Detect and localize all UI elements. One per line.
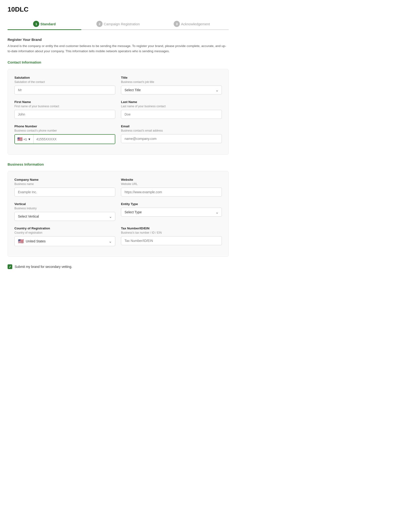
email-group: Email Business contact's email address [121, 125, 222, 144]
country-flag-icon: 🇺🇸 [18, 238, 24, 244]
vertical-select-wrapper: Select Vertical Agriculture Technology H… [14, 212, 115, 221]
website-input[interactable] [121, 188, 222, 197]
business-card: Company Name Business name Website Websi… [8, 171, 229, 257]
first-name-hint: First name of your business contact [14, 105, 115, 108]
phone-label: Phone Number [14, 125, 115, 128]
secondary-vetting-label: Submit my brand for secondary vetting. [15, 265, 72, 269]
section-intro: Register Your Brand A brand is the compa… [8, 38, 229, 54]
salutation-group: Salutation Salutation of the contact [14, 76, 115, 94]
vertical-select[interactable]: Select Vertical Agriculture Technology H… [14, 212, 115, 221]
entity-type-label: Entity Type [121, 202, 222, 206]
website-label: Website [121, 178, 222, 181]
last-name-group: Last Name Last name of your business con… [121, 100, 222, 119]
secondary-vetting-row: ✓ Submit my brand for secondary vetting. [8, 264, 229, 269]
country-label: Country of Registration [14, 226, 115, 230]
phone-hint: Business contact's phone number [14, 129, 115, 132]
company-name-hint: Business name [14, 182, 115, 186]
vertical-group: Vertical Business industry Select Vertic… [14, 202, 115, 221]
email-hint: Business contact's email address [121, 129, 222, 132]
step-3-acknowledgement[interactable]: 3 Acknowledgement [155, 21, 229, 29]
stepper-bar-fill [8, 29, 81, 30]
first-name-group: First Name First name of your business c… [14, 100, 115, 119]
secondary-vetting-checkbox[interactable]: ✓ [8, 264, 12, 269]
country-chevron-icon: ⌄ [109, 239, 112, 243]
phone-group: Phone Number Business contact's phone nu… [14, 125, 115, 144]
country-tax-row: Country of Registration Country of regis… [14, 226, 222, 246]
name-row: First Name First name of your business c… [14, 100, 222, 119]
email-label: Email [121, 125, 222, 128]
business-section-title: Business Information [8, 162, 229, 166]
phone-country-code: +1 [23, 138, 27, 141]
country-hint: Country of registration [14, 231, 115, 234]
tax-number-hint: Business's tax number / ID / EIN [121, 231, 222, 234]
website-group: Website Website URL [121, 178, 222, 197]
stepper: 1 Standard 2 Campaign Registration 3 Ack… [8, 21, 229, 29]
title-group: Title Business contact's job title Selec… [121, 76, 222, 94]
country-group: Country of Registration Country of regis… [14, 226, 115, 246]
title-select[interactable]: Select Title Mr Ms Mrs Dr [121, 86, 222, 94]
title-label: Title [121, 76, 222, 79]
phone-number-input[interactable] [34, 135, 115, 144]
step-1-number: 1 [33, 21, 39, 27]
step-1-label: Standard [41, 22, 56, 26]
salutation-input[interactable] [14, 86, 115, 94]
first-name-input[interactable] [14, 110, 115, 119]
step-2-label: Campaign Registration [104, 22, 140, 26]
entity-type-select[interactable]: Select Type LLC Corporation Non-profit P… [121, 208, 222, 217]
salutation-title-row: Salutation Salutation of the contact Tit… [14, 76, 222, 94]
tax-number-input[interactable] [121, 236, 222, 245]
country-select[interactable]: 🇺🇸 United States ⌄ [14, 236, 115, 246]
email-input[interactable] [121, 134, 222, 143]
title-select-wrapper: Select Title Mr Ms Mrs Dr ⌄ [121, 86, 222, 94]
salutation-label: Salutation [14, 76, 115, 79]
tax-number-group: Tax Number/ID/EIN Business's tax number … [121, 226, 222, 246]
title-hint: Business contact's job title [121, 80, 222, 84]
phone-country-select[interactable]: 🇺🇸 +1 ▼ [15, 135, 34, 144]
company-name-label: Company Name [14, 178, 115, 181]
salutation-hint: Salutation of the contact [14, 80, 115, 84]
contact-card: Salutation Salutation of the contact Tit… [8, 69, 229, 155]
stepper-bar [8, 29, 229, 30]
intro-body: A brand is the company or entity the end… [8, 43, 229, 54]
company-name-input[interactable] [14, 188, 115, 197]
phone-input-group: 🇺🇸 +1 ▼ [14, 134, 115, 144]
step-1-standard[interactable]: 1 Standard [8, 21, 81, 29]
phone-dropdown-icon: ▼ [28, 138, 31, 141]
step-3-label: Acknowledgement [181, 22, 210, 26]
entity-type-group: Entity Type Select Type LLC Corporation … [121, 202, 222, 221]
step-2-campaign[interactable]: 2 Campaign Registration [81, 21, 155, 29]
first-name-label: First Name [14, 100, 115, 104]
vertical-label: Vertical [14, 202, 115, 206]
country-name: United States [26, 239, 109, 243]
last-name-hint: Last name of your business contact [121, 105, 222, 108]
contact-section-title: Contact Information [8, 60, 229, 64]
phone-flag-icon: 🇺🇸 [17, 137, 23, 142]
company-website-row: Company Name Business name Website Websi… [14, 178, 222, 197]
entity-type-select-wrapper: Select Type LLC Corporation Non-profit P… [121, 208, 222, 217]
tax-number-label: Tax Number/ID/EIN [121, 226, 222, 230]
company-name-group: Company Name Business name [14, 178, 115, 197]
vertical-hint: Business industry [14, 207, 115, 210]
vertical-entity-row: Vertical Business industry Select Vertic… [14, 202, 222, 221]
step-2-number: 2 [96, 21, 103, 27]
website-hint: Website URL [121, 182, 222, 186]
phone-email-row: Phone Number Business contact's phone nu… [14, 125, 222, 144]
checkmark-icon: ✓ [9, 265, 11, 269]
intro-heading: Register Your Brand [8, 38, 229, 41]
page-title: 10DLC [8, 6, 229, 13]
last-name-label: Last Name [121, 100, 222, 104]
last-name-input[interactable] [121, 110, 222, 119]
step-3-number: 3 [174, 21, 180, 27]
